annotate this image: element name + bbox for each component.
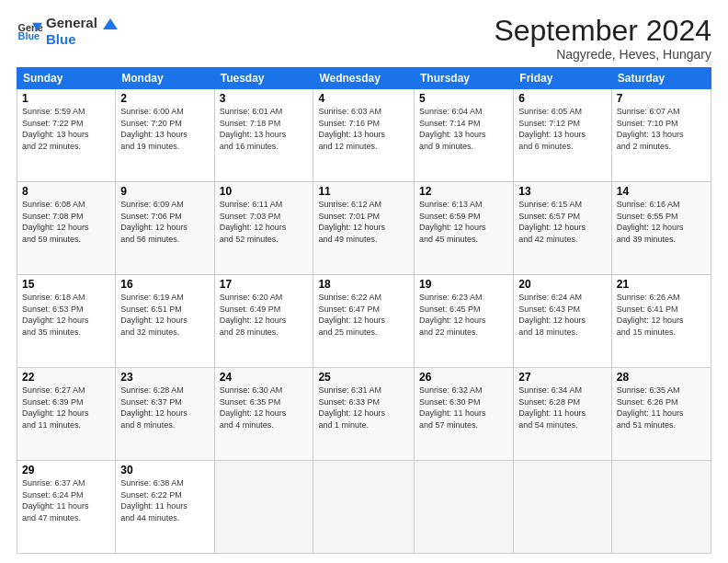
calendar-cell: 5Sunrise: 6:04 AM Sunset: 7:14 PM Daylig… [415,89,514,182]
day-number: 2 [120,92,209,105]
day-info: Sunrise: 6:11 AM Sunset: 7:03 PM Dayligh… [220,199,309,245]
day-number: 22 [22,371,110,384]
calendar-cell: 29Sunrise: 6:37 AM Sunset: 6:24 PM Dayli… [17,461,116,554]
day-number: 3 [220,92,309,105]
title-block: September 2024 Nagyrede, Heves, Hungary [494,15,711,62]
day-number: 28 [617,371,706,384]
calendar-week-row: 1Sunrise: 5:59 AM Sunset: 7:22 PM Daylig… [17,89,711,182]
calendar-cell: 13Sunrise: 6:15 AM Sunset: 6:57 PM Dayli… [514,182,612,275]
logo-text-blue: Blue [46,31,118,48]
day-info: Sunrise: 6:04 AM Sunset: 7:14 PM Dayligh… [419,106,508,152]
calendar-cell: 7Sunrise: 6:07 AM Sunset: 7:10 PM Daylig… [611,89,711,182]
calendar-cell: 27Sunrise: 6:34 AM Sunset: 6:28 PM Dayli… [514,368,612,461]
calendar-cell: 25Sunrise: 6:31 AM Sunset: 6:33 PM Dayli… [313,368,415,461]
day-number: 25 [318,371,409,384]
day-info: Sunrise: 6:31 AM Sunset: 6:33 PM Dayligh… [318,385,409,431]
day-info: Sunrise: 6:07 AM Sunset: 7:10 PM Dayligh… [617,106,706,152]
day-number: 26 [419,371,508,384]
page-header: General Blue General Blue September 2024… [17,15,711,62]
month-title: September 2024 [494,15,711,47]
day-info: Sunrise: 6:38 AM Sunset: 6:22 PM Dayligh… [120,477,209,523]
day-number: 12 [419,185,508,198]
calendar-week-row: 8Sunrise: 6:08 AM Sunset: 7:08 PM Daylig… [17,182,711,275]
logo-icon: General Blue [17,18,42,44]
calendar-cell: 14Sunrise: 6:16 AM Sunset: 6:55 PM Dayli… [611,182,711,275]
calendar-cell: 16Sunrise: 6:19 AM Sunset: 6:51 PM Dayli… [116,275,214,368]
calendar-cell: 12Sunrise: 6:13 AM Sunset: 6:59 PM Dayli… [415,182,514,275]
calendar-cell: 15Sunrise: 6:18 AM Sunset: 6:53 PM Dayli… [17,275,116,368]
day-number: 4 [318,92,409,105]
day-info: Sunrise: 6:23 AM Sunset: 6:45 PM Dayligh… [419,292,508,338]
calendar-cell [313,461,415,554]
day-info: Sunrise: 6:30 AM Sunset: 6:35 PM Dayligh… [220,385,309,431]
day-number: 5 [419,92,508,105]
day-info: Sunrise: 6:16 AM Sunset: 6:55 PM Dayligh… [617,199,706,245]
day-number: 21 [617,278,706,291]
day-info: Sunrise: 6:24 AM Sunset: 6:43 PM Dayligh… [518,292,607,338]
day-info: Sunrise: 6:34 AM Sunset: 6:28 PM Dayligh… [518,385,607,431]
day-info: Sunrise: 6:18 AM Sunset: 6:53 PM Dayligh… [22,292,110,338]
day-info: Sunrise: 6:13 AM Sunset: 6:59 PM Dayligh… [419,199,508,245]
svg-text:Blue: Blue [18,30,40,41]
day-info: Sunrise: 6:19 AM Sunset: 6:51 PM Dayligh… [120,292,209,338]
logo: General Blue General Blue [17,15,118,48]
day-info: Sunrise: 6:03 AM Sunset: 7:16 PM Dayligh… [318,106,409,152]
day-number: 15 [22,278,110,291]
day-number: 24 [220,371,309,384]
calendar-cell: 1Sunrise: 5:59 AM Sunset: 7:22 PM Daylig… [17,89,116,182]
logo-text-general: General [46,15,118,31]
calendar-week-row: 29Sunrise: 6:37 AM Sunset: 6:24 PM Dayli… [17,461,711,554]
day-number: 14 [617,185,706,198]
day-info: Sunrise: 6:01 AM Sunset: 7:18 PM Dayligh… [220,106,309,152]
calendar-cell: 6Sunrise: 6:05 AM Sunset: 7:12 PM Daylig… [514,89,612,182]
day-info: Sunrise: 6:37 AM Sunset: 6:24 PM Dayligh… [22,477,110,523]
calendar-cell: 3Sunrise: 6:01 AM Sunset: 7:18 PM Daylig… [214,89,313,182]
day-number: 30 [120,464,209,477]
day-number: 6 [518,92,607,105]
weekday-header-saturday: Saturday [611,68,711,89]
day-number: 17 [220,278,309,291]
calendar-week-row: 22Sunrise: 6:27 AM Sunset: 6:39 PM Dayli… [17,368,711,461]
calendar-cell: 20Sunrise: 6:24 AM Sunset: 6:43 PM Dayli… [514,275,612,368]
calendar-cell: 17Sunrise: 6:20 AM Sunset: 6:49 PM Dayli… [214,275,313,368]
day-number: 8 [22,185,110,198]
calendar-cell: 9Sunrise: 6:09 AM Sunset: 7:06 PM Daylig… [116,182,214,275]
day-info: Sunrise: 6:32 AM Sunset: 6:30 PM Dayligh… [419,385,508,431]
day-number: 1 [22,92,110,105]
day-info: Sunrise: 6:08 AM Sunset: 7:08 PM Dayligh… [22,199,110,245]
day-info: Sunrise: 6:27 AM Sunset: 6:39 PM Dayligh… [22,385,110,431]
day-number: 20 [518,278,607,291]
day-info: Sunrise: 5:59 AM Sunset: 7:22 PM Dayligh… [22,106,110,152]
weekday-header-friday: Friday [514,68,612,89]
calendar-cell: 8Sunrise: 6:08 AM Sunset: 7:08 PM Daylig… [17,182,116,275]
day-number: 7 [617,92,706,105]
calendar-cell [514,461,612,554]
calendar-cell [611,461,711,554]
day-number: 27 [518,371,607,384]
weekday-header-thursday: Thursday [415,68,514,89]
day-number: 19 [419,278,508,291]
calendar-cell: 23Sunrise: 6:28 AM Sunset: 6:37 PM Dayli… [116,368,214,461]
day-number: 18 [318,278,409,291]
day-info: Sunrise: 6:22 AM Sunset: 6:47 PM Dayligh… [318,292,409,338]
calendar-cell: 18Sunrise: 6:22 AM Sunset: 6:47 PM Dayli… [313,275,415,368]
calendar-cell: 22Sunrise: 6:27 AM Sunset: 6:39 PM Dayli… [17,368,116,461]
calendar-cell: 28Sunrise: 6:35 AM Sunset: 6:26 PM Dayli… [611,368,711,461]
day-info: Sunrise: 6:26 AM Sunset: 6:41 PM Dayligh… [617,292,706,338]
calendar-cell: 30Sunrise: 6:38 AM Sunset: 6:22 PM Dayli… [116,461,214,554]
calendar-cell [415,461,514,554]
calendar-cell: 10Sunrise: 6:11 AM Sunset: 7:03 PM Dayli… [214,182,313,275]
calendar-cell: 21Sunrise: 6:26 AM Sunset: 6:41 PM Dayli… [611,275,711,368]
day-number: 23 [120,371,209,384]
weekday-header-sunday: Sunday [17,68,116,89]
calendar-cell: 4Sunrise: 6:03 AM Sunset: 7:16 PM Daylig… [313,89,415,182]
calendar-cell: 24Sunrise: 6:30 AM Sunset: 6:35 PM Dayli… [214,368,313,461]
day-number: 16 [120,278,209,291]
day-info: Sunrise: 6:28 AM Sunset: 6:37 PM Dayligh… [120,385,209,431]
calendar-week-row: 15Sunrise: 6:18 AM Sunset: 6:53 PM Dayli… [17,275,711,368]
day-number: 29 [22,464,110,477]
day-info: Sunrise: 6:35 AM Sunset: 6:26 PM Dayligh… [617,385,706,431]
day-info: Sunrise: 6:09 AM Sunset: 7:06 PM Dayligh… [120,199,209,245]
weekday-header-wednesday: Wednesday [313,68,415,89]
day-number: 11 [318,185,409,198]
